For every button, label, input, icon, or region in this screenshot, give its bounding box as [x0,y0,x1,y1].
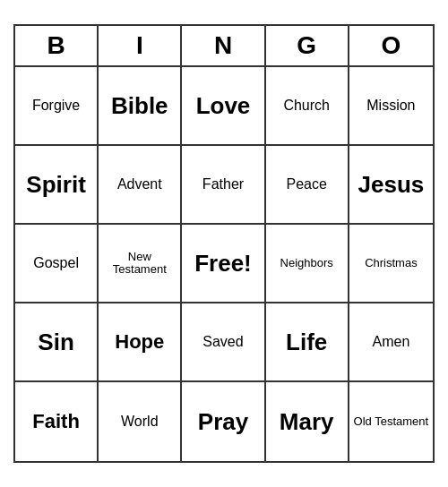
cell-text: Sin [38,329,73,355]
bingo-cell: Mission [349,67,433,146]
cell-text: Faith [32,411,80,432]
cell-text: Love [196,93,251,119]
header-letter: N [182,26,265,65]
cell-text: Spirit [26,172,85,198]
bingo-cell: Sin [15,303,99,382]
bingo-cell: World [99,382,182,461]
bingo-cell: Neighbors [266,225,349,303]
bingo-cell: New Testament [99,225,182,303]
cell-text: Neighbors [280,257,333,269]
bingo-cell: Old Testament [349,382,433,461]
bingo-header: BINGO [15,26,433,67]
cell-text: Pray [198,409,248,435]
cell-text: Forgive [32,98,80,114]
cell-text: Free! [194,251,252,277]
bingo-cell: Jesus [349,146,433,225]
cell-text: Father [202,176,244,192]
bingo-cell: Advent [99,146,182,225]
bingo-cell: Gospel [15,225,99,303]
bingo-cell: Life [266,303,349,382]
cell-text: World [121,414,159,430]
header-letter: B [15,26,99,65]
cell-text: Hope [115,331,164,353]
header-letter: O [349,26,433,65]
bingo-cell: Father [182,146,265,225]
bingo-cell: Pray [182,382,265,461]
bingo-grid: ForgiveBibleLoveChurchMissionSpiritAdven… [15,67,433,461]
bingo-cell: Spirit [15,146,99,225]
bingo-cell: Free! [182,225,265,303]
bingo-cell: Mary [266,382,349,461]
cell-text: Christmas [365,257,418,269]
cell-text: Mission [366,98,415,114]
bingo-cell: Peace [266,146,349,225]
cell-text: Peace [287,176,327,192]
cell-text: Bible [111,93,168,119]
bingo-cell: Faith [15,382,99,461]
header-letter: I [99,26,182,65]
bingo-cell: Amen [349,303,433,382]
bingo-cell: Hope [99,303,182,382]
bingo-cell: Christmas [349,225,433,303]
bingo-cell: Forgive [15,67,99,146]
cell-text: Jesus [358,172,425,198]
bingo-cell: Church [266,67,349,146]
header-letter: G [266,26,349,65]
cell-text: Gospel [33,255,79,271]
cell-text: Amen [372,334,409,350]
bingo-cell: Bible [99,67,182,146]
cell-text: Mary [280,409,334,435]
cell-text: Life [286,329,327,355]
cell-text: New Testament [102,251,177,277]
cell-text: Saved [202,334,243,350]
bingo-cell: Saved [182,303,265,382]
cell-text: Advent [117,176,162,192]
bingo-cell: Love [182,67,265,146]
bingo-card: BINGO ForgiveBibleLoveChurchMissionSpiri… [13,24,435,463]
cell-text: Old Testament [354,415,429,428]
cell-text: Church [283,98,330,114]
